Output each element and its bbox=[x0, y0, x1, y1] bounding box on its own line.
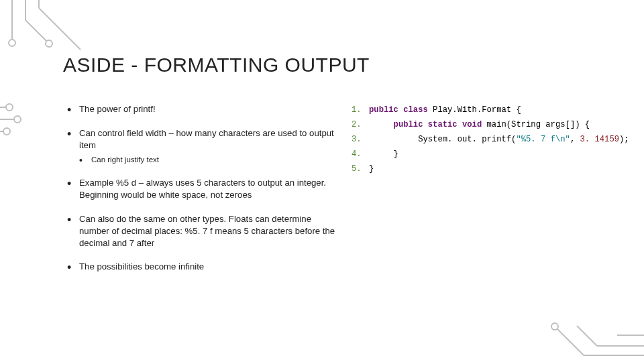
bullet-text: Can control field width – how many chara… bbox=[79, 128, 334, 150]
code-line: 5. } bbox=[352, 162, 629, 177]
code-text: System. out. printf("%5. 7 f\n", 3. 1415… bbox=[369, 133, 629, 147]
call: System. out. printf( bbox=[418, 135, 516, 144]
string-lit: "%5. 7 f\n" bbox=[516, 135, 570, 144]
bullet-item: Example %5 d – always uses 5 characters … bbox=[67, 177, 335, 201]
bullet-item: Can control field width – how many chara… bbox=[67, 127, 335, 166]
brace: } bbox=[369, 164, 374, 174]
sub-bullet-list: Can right justify text bbox=[79, 155, 335, 165]
bullet-item: The power of printf! bbox=[67, 103, 335, 115]
bullet-text: The possibilities become infinite bbox=[79, 261, 204, 272]
line-number: 4. bbox=[352, 147, 369, 162]
slide-title: ASIDE - FORMATTING OUTPUT bbox=[63, 54, 617, 76]
code-text: } bbox=[369, 162, 374, 177]
brace: { bbox=[516, 105, 521, 115]
line-number: 5. bbox=[352, 162, 369, 177]
bullet-text: Can also do the same on other types. Flo… bbox=[79, 214, 335, 248]
slide: ASIDE - FORMATTING OUTPUT The power of p… bbox=[0, 0, 644, 362]
bullet-item: Can also do the same on other types. Flo… bbox=[67, 213, 335, 249]
comma: , bbox=[570, 135, 580, 144]
paren: ); bbox=[619, 135, 629, 144]
left-column: The power of printf! Can control field w… bbox=[67, 103, 335, 285]
kw: public class bbox=[369, 105, 433, 115]
brace: } bbox=[394, 149, 398, 159]
line-number: 2. bbox=[352, 118, 369, 133]
code-line: 3. System. out. printf("%5. 7 f\n", 3. 1… bbox=[352, 133, 629, 147]
indent bbox=[369, 135, 418, 144]
bullet-text: The power of printf! bbox=[79, 104, 156, 114]
code-line: 4. } bbox=[352, 147, 629, 162]
number-lit: 3. 14159 bbox=[580, 135, 620, 144]
sub-bullet-text: Can right justify text bbox=[91, 156, 159, 164]
ident: main(String args[]) { bbox=[487, 120, 590, 129]
bullet-item: The possibilities become infinite bbox=[67, 261, 335, 273]
code-text: } bbox=[369, 147, 398, 162]
code-block: 1. public class Play.With.Format { 2. pu… bbox=[352, 103, 629, 285]
kw: public static void bbox=[394, 120, 487, 129]
code-text: public class Play.With.Format { bbox=[369, 103, 521, 118]
content-columns: The power of printf! Can control field w… bbox=[67, 103, 617, 285]
indent bbox=[369, 149, 394, 159]
ident: Play.With.Format bbox=[433, 105, 516, 115]
code-line: 1. public class Play.With.Format { bbox=[352, 103, 629, 118]
sub-bullet-item: Can right justify text bbox=[79, 155, 335, 165]
indent bbox=[369, 120, 394, 129]
code-line: 2. public static void main(String args[]… bbox=[352, 118, 629, 133]
bullet-list: The power of printf! Can control field w… bbox=[67, 103, 335, 273]
line-number: 3. bbox=[352, 133, 369, 147]
line-number: 1. bbox=[352, 103, 369, 118]
code-text: public static void main(String args[]) { bbox=[369, 118, 590, 133]
bullet-text: Example %5 d – always uses 5 characters … bbox=[79, 178, 326, 200]
